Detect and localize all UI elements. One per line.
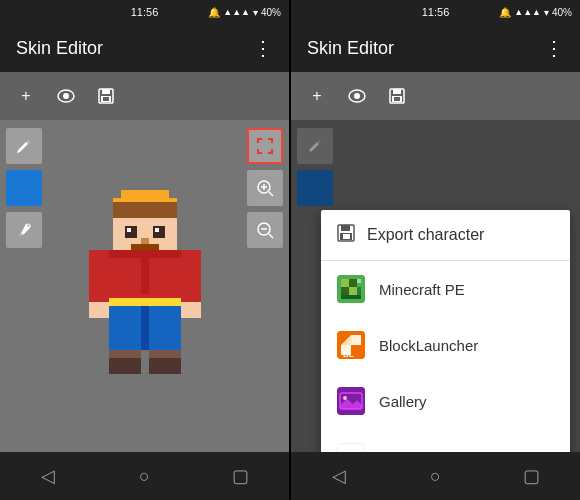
- blocklauncher-label: BlockLauncher: [379, 337, 478, 354]
- email-label: Email: [379, 449, 417, 453]
- gallery-app-icon: [337, 387, 365, 415]
- svg-rect-50: [349, 279, 357, 287]
- svg-rect-7: [121, 190, 169, 198]
- minecraft-icon: [337, 275, 365, 303]
- left-status-bar: 11:56 🔔 ▲▲▲ ▾ 40%: [0, 0, 289, 24]
- email-app-icon: [338, 443, 364, 452]
- svg-rect-18: [109, 250, 181, 258]
- right-signal-icon: ▲▲▲: [514, 7, 541, 17]
- minecraft-pe-label: Minecraft PE: [379, 281, 465, 298]
- svg-text:BL: BL: [343, 350, 354, 359]
- svg-rect-19: [109, 298, 181, 306]
- right-main-content: Export character Minecraft: [291, 120, 580, 452]
- zoom-in-button[interactable]: [247, 170, 283, 206]
- right-more-button[interactable]: ⋮: [544, 36, 564, 60]
- svg-rect-41: [393, 89, 401, 94]
- export-popup: Export character Minecraft: [321, 210, 570, 452]
- zoom-out-button[interactable]: [247, 212, 283, 248]
- right-view-button[interactable]: [339, 78, 375, 114]
- save-button[interactable]: [88, 78, 124, 114]
- view-button[interactable]: [48, 78, 84, 114]
- left-app-title: Skin Editor: [16, 38, 253, 59]
- svg-rect-20: [89, 250, 109, 302]
- color-swatch[interactable]: [6, 170, 42, 206]
- popup-save-icon: [337, 224, 355, 246]
- left-toolbar: +: [0, 72, 289, 120]
- fullscreen-icon: [256, 137, 274, 155]
- right-app-bar: Skin Editor ⋮: [291, 24, 580, 72]
- svg-rect-65: [338, 444, 364, 452]
- svg-rect-47: [343, 234, 350, 239]
- right-toolbar: +: [291, 72, 580, 120]
- right-home-button[interactable]: ○: [405, 452, 465, 500]
- zoom-out-icon: [256, 221, 274, 239]
- svg-rect-52: [349, 287, 357, 295]
- back-button[interactable]: ◁: [18, 452, 78, 500]
- eyedropper-tool[interactable]: [6, 212, 42, 248]
- right-tool-panel: [241, 120, 289, 452]
- left-more-button[interactable]: ⋮: [253, 36, 273, 60]
- recents-button[interactable]: ▢: [211, 452, 271, 500]
- svg-rect-45: [341, 225, 350, 231]
- right-save-icon: [389, 88, 405, 104]
- svg-rect-53: [357, 279, 361, 283]
- gallery-item[interactable]: Gallery: [321, 373, 570, 429]
- svg-rect-8: [113, 198, 177, 202]
- right-back-button[interactable]: ◁: [309, 452, 369, 500]
- blocklauncher-item[interactable]: BL BlockLauncher: [321, 317, 570, 373]
- save-icon: [98, 88, 114, 104]
- right-recents-button[interactable]: ▢: [502, 452, 562, 500]
- svg-point-39: [354, 93, 360, 99]
- svg-point-64: [343, 396, 347, 400]
- zoom-in-icon: [256, 179, 274, 197]
- svg-rect-15: [141, 238, 149, 244]
- right-eye-icon: [348, 89, 366, 103]
- svg-rect-54: [357, 287, 361, 295]
- minecraft-app-icon: [337, 275, 365, 303]
- left-wifi-icon: ▾: [253, 7, 258, 18]
- svg-line-37: [269, 234, 273, 238]
- left-nav-bar: ◁ ○ ▢: [0, 452, 289, 500]
- email-item[interactable]: Email: [321, 429, 570, 452]
- left-notification-icon: 🔔: [208, 7, 220, 18]
- svg-rect-28: [109, 350, 141, 358]
- popup-header: Export character: [321, 210, 570, 261]
- svg-rect-22: [89, 302, 109, 318]
- svg-rect-30: [141, 258, 149, 294]
- pencil-tool[interactable]: [6, 128, 42, 164]
- eye-icon: [57, 89, 75, 103]
- svg-rect-43: [394, 97, 400, 101]
- eyedropper-icon: [16, 222, 32, 238]
- svg-rect-21: [181, 250, 201, 302]
- right-status-bar: 11:56 🔔 ▲▲▲ ▾ 40%: [291, 0, 580, 24]
- right-phone-panel: 11:56 🔔 ▲▲▲ ▾ 40% Skin Editor ⋮ +: [291, 0, 580, 500]
- svg-point-1: [63, 93, 69, 99]
- left-battery-text: 40%: [261, 7, 281, 18]
- character-sprite: [85, 186, 205, 386]
- svg-rect-13: [127, 228, 131, 232]
- canvas-area: [48, 120, 241, 452]
- svg-rect-29: [149, 350, 181, 358]
- left-app-bar: Skin Editor ⋮: [0, 24, 289, 72]
- right-notification-icon: 🔔: [499, 7, 511, 18]
- gallery-label: Gallery: [379, 393, 427, 410]
- svg-rect-10: [113, 202, 177, 218]
- export-save-icon: [337, 224, 355, 242]
- fullscreen-button[interactable]: [247, 128, 283, 164]
- blocklauncher-app-icon: BL: [337, 331, 365, 359]
- right-battery-text: 40%: [552, 7, 572, 18]
- home-button[interactable]: ○: [114, 452, 174, 500]
- svg-rect-23: [181, 302, 201, 318]
- email-icon: [337, 443, 365, 452]
- left-phone-panel: 11:56 🔔 ▲▲▲ ▾ 40% Skin Editor ⋮ +: [0, 0, 289, 500]
- right-add-button[interactable]: +: [299, 78, 335, 114]
- add-button[interactable]: +: [8, 78, 44, 114]
- right-nav-bar: ◁ ○ ▢: [291, 452, 580, 500]
- right-app-title: Skin Editor: [307, 38, 544, 59]
- svg-rect-25: [141, 306, 149, 350]
- left-signal-icon: ▲▲▲: [223, 7, 250, 17]
- minecraft-pe-item[interactable]: Minecraft PE: [321, 261, 570, 317]
- svg-rect-3: [102, 89, 110, 94]
- popup-header-text: Export character: [367, 226, 484, 244]
- right-save-button[interactable]: [379, 78, 415, 114]
